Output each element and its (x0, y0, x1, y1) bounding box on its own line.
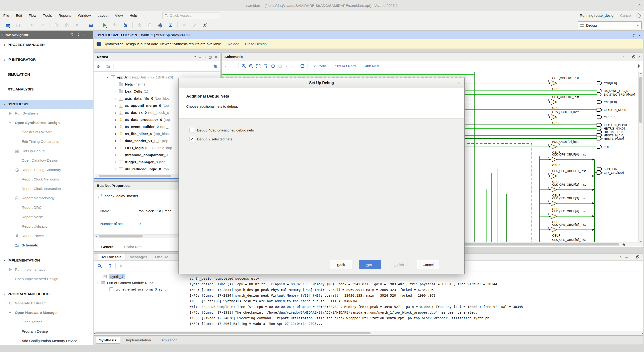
dialog-close-icon[interactable]: × (458, 80, 460, 85)
flownav-generate-bitstream[interactable]: 0110Generate Bitstream (0, 298, 93, 308)
menu-flow[interactable]: Flow (26, 11, 40, 20)
maximize-icon[interactable]: □ (631, 255, 633, 259)
generate-bitstream-button[interactable]: 0110 (111, 21, 120, 29)
zoom-out-icon[interactable] (249, 64, 253, 68)
debug-selected-nets-option[interactable]: ✓ Debug 9 selected nets (190, 137, 232, 141)
checkbox[interactable] (110, 287, 113, 291)
zoom-selection-icon[interactable] (264, 64, 268, 68)
close-design-icon[interactable]: × (638, 33, 640, 37)
nets-count-link[interactable]: 488 Nets (365, 64, 380, 68)
checkbox-checked[interactable]: ✓ (190, 137, 194, 141)
float-icon[interactable] (632, 55, 635, 59)
help-icon[interactable]: ? (622, 55, 624, 59)
paste-button[interactable] (62, 21, 71, 29)
cancel-run-button[interactable]: Cancel (620, 14, 632, 18)
scrollbar-thumb[interactable] (95, 332, 370, 334)
select-off-icon[interactable] (200, 21, 210, 29)
scrollbar-thumb[interactable] (639, 77, 642, 123)
scroll-up-icon[interactable] (639, 73, 642, 75)
sigma-report-icon[interactable]: Σ (166, 21, 175, 29)
schematic-vscrollbar[interactable] (638, 72, 643, 243)
close-icon[interactable]: × (215, 55, 217, 59)
menu-tools[interactable]: Tools (40, 11, 55, 20)
collapse-all-icon[interactable] (96, 65, 100, 68)
minimize-icon[interactable]: – (199, 55, 201, 59)
flownav-report-timing-summary[interactable]: Report Timing Summary (0, 165, 93, 175)
tab-scalar-nets[interactable]: Scalar Nets (124, 245, 142, 249)
flownav-implementation[interactable]: ›IMPLEMENTATION (0, 256, 93, 265)
flownav-open-implemented-design[interactable]: ›Open Implemented Design (0, 274, 93, 284)
tab-messages[interactable]: Messages (126, 253, 151, 260)
zoom-fit-icon[interactable] (256, 64, 261, 68)
report-methodology-icon[interactable] (145, 21, 154, 29)
settings-gear-icon[interactable] (156, 21, 164, 29)
expand-cone-icon[interactable]: + (286, 63, 288, 69)
tree-row-gig-ethernet[interactable]: gig_ethernet_pcs_pma_0_synth (94, 286, 186, 292)
flownav-report-drc[interactable]: Report DRC (0, 203, 93, 212)
checkbox-unchecked[interactable] (190, 128, 194, 132)
flownav-open-target[interactable]: Open Target (0, 317, 93, 327)
expand-all-icon[interactable] (77, 33, 80, 36)
search-icon[interactable] (98, 264, 102, 268)
console-output[interactable]: synth_design completed successfully synt… (186, 271, 643, 331)
console-hscrollbar[interactable]: ‹ › (94, 331, 643, 335)
gear-icon[interactable] (637, 64, 641, 68)
menu-layout[interactable]: Layout (94, 11, 112, 20)
flownav-ip-integrator[interactable]: ›IP INTEGRATOR (0, 55, 93, 64)
help-icon[interactable]: ? (620, 255, 622, 259)
flownav-add-config-memory-device[interactable]: Add Configuration Memory Device (0, 336, 93, 345)
flownav-report-methodology[interactable]: Report Methodology (0, 193, 93, 203)
maximize-icon[interactable]: □ (627, 55, 629, 59)
flownav-report-noise[interactable]: Report Noise (0, 212, 93, 222)
flownav-report-utilization[interactable]: Report Utilization (0, 222, 93, 231)
help-icon[interactable]: ? (83, 33, 86, 37)
autofit-selection-icon[interactable] (271, 64, 275, 68)
float-icon[interactable] (209, 56, 212, 59)
flownav-run-implementation[interactable]: Run Implementation (0, 265, 93, 274)
tree-row-ooc-runs[interactable]: › Out-of-Context Module Runs (94, 280, 186, 286)
flownav-program-and-debug[interactable]: ›PROGRAM AND DEBUG (0, 289, 93, 298)
float-icon[interactable] (636, 255, 639, 258)
flownav-simulation[interactable]: ›SIMULATION (0, 70, 93, 79)
save-button[interactable] (14, 21, 22, 29)
flownav-report-power[interactable]: Report Power (0, 231, 93, 241)
collapse-all-icon[interactable] (71, 33, 74, 36)
tab-general[interactable]: General (97, 244, 119, 250)
tree-row-synth1[interactable]: synth_1 (94, 273, 186, 280)
redo-button[interactable] (38, 21, 47, 29)
back-icon[interactable]: ← (224, 64, 228, 69)
next-button[interactable]: Next (359, 260, 381, 269)
menu-edit[interactable]: Edit (12, 11, 26, 20)
gear-icon[interactable] (213, 64, 217, 68)
layout-selector[interactable]: Debug (578, 22, 642, 29)
schematic-toolbar-icon[interactable] (121, 21, 130, 29)
flownav-edit-timing-constraints[interactable]: Edit Timing Constraints (0, 137, 93, 146)
find-button[interactable] (86, 21, 95, 29)
flownav-run-synthesis[interactable]: Run Synthesis (0, 109, 93, 118)
cancel-button[interactable]: Cancel (417, 260, 439, 269)
report-timing-icon[interactable] (135, 21, 144, 29)
flownav-synthesis[interactable]: ›SYNTHESIS (0, 100, 93, 109)
maximize-icon[interactable]: □ (204, 55, 206, 59)
quick-access-search[interactable]: Quick Access (162, 12, 220, 19)
flownav-program-device[interactable]: Program Device (0, 327, 93, 336)
cells-count-link[interactable]: 23 Cells (314, 64, 326, 68)
debug-unassigned-nets-option[interactable]: Debug 4096 unassigned debug nets (190, 128, 254, 132)
menu-reports[interactable]: Reports (55, 11, 74, 20)
tab-find-results[interactable]: Find Re (151, 253, 172, 260)
collapse-all-icon[interactable] (108, 264, 112, 268)
tab-implementation[interactable]: Implementation (123, 337, 154, 343)
scrollbar-thumb[interactable] (99, 175, 171, 177)
tab-synthesis[interactable]: Synthesis (96, 337, 120, 343)
dialog-titlebar[interactable]: Set Up Debug × (179, 78, 464, 88)
help-icon[interactable]: ? (633, 33, 634, 37)
delete-button[interactable]: × (72, 21, 82, 29)
flownav-rtl-analysis[interactable]: ›RTL ANALYSIS (0, 85, 93, 94)
flownav-open-hardware-manager[interactable]: ›Open Hardware Manager (0, 308, 93, 317)
flownav-open-synthesized-design[interactable]: ›Open Synthesized Design (0, 118, 93, 127)
undo-button[interactable] (28, 21, 36, 29)
scrollbar-thumb[interactable] (99, 235, 143, 237)
minimize-icon[interactable]: – (88, 33, 90, 37)
open-project-button[interactable] (3, 21, 12, 29)
minimize-icon[interactable]: – (626, 255, 628, 259)
